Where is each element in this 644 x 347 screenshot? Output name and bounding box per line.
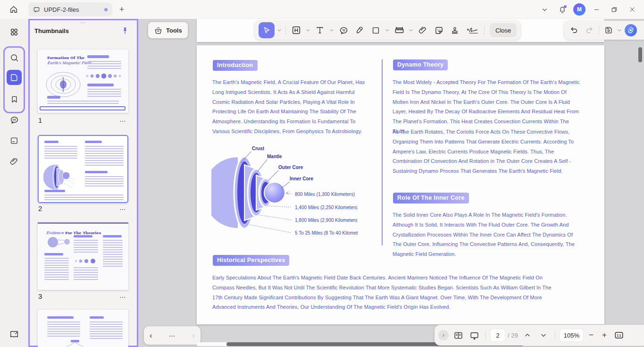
sticker-tool-button[interactable] <box>432 23 446 37</box>
tab-document-icon <box>33 6 40 13</box>
toolbar-divider <box>285 25 286 35</box>
signature-tool-button[interactable] <box>464 23 481 37</box>
one-to-one-icon: 1:1 <box>614 330 624 340</box>
home-icon <box>9 5 18 14</box>
pin-icon[interactable] <box>121 26 130 36</box>
presentation-screen-icon <box>469 330 479 340</box>
panel-resize-handle[interactable]: ⋯ <box>30 20 137 25</box>
page-slot-icon <box>9 136 19 145</box>
close-window-button[interactable] <box>625 3 639 16</box>
heading-tool-dropdown[interactable] <box>305 23 311 37</box>
collapse-statusbar-button[interactable]: › <box>438 330 449 340</box>
page-nav-more-button[interactable]: ⋯ <box>169 332 176 339</box>
actual-size-button[interactable]: 1:1 <box>612 329 626 342</box>
highlighter-tool-button[interactable] <box>352 23 367 37</box>
page-nav-mini-bar: ‹ ⋯ › <box>144 326 201 345</box>
toolbar-divider <box>599 25 599 35</box>
select-tool-dropdown[interactable] <box>276 23 282 37</box>
stamp-tool-button[interactable] <box>448 23 462 37</box>
reader-icon <box>9 329 19 339</box>
paperclip-icon <box>418 25 427 35</box>
page-2-canvas[interactable]: Introduction The Earth's Magnetic Field,… <box>197 45 604 324</box>
svg-text:Outer Core: Outer Core <box>278 165 303 170</box>
measure-tool-dropdown[interactable] <box>408 23 414 37</box>
thumb2-badge3 <box>85 171 108 173</box>
thumb3-badge3 <box>103 235 122 237</box>
dynamo-paragraph-2: As The Earth Rotates, The Coriolis Force… <box>393 127 580 176</box>
new-tab-button[interactable]: + <box>117 5 126 14</box>
thumbnail-page-3[interactable]: Evidence For The Theories <box>38 222 128 290</box>
thumb3-planets-row <box>74 258 100 264</box>
home-button[interactable] <box>7 3 21 16</box>
thumb4-tree-diagram <box>57 339 94 347</box>
square-icon <box>371 26 380 35</box>
redo-button[interactable] <box>582 23 596 37</box>
previous-page-button[interactable]: ‹ <box>150 331 152 339</box>
save-dropdown[interactable] <box>617 23 622 37</box>
bookmark-icon <box>10 95 19 104</box>
select-tool-button[interactable] <box>259 22 275 38</box>
notifications-button[interactable] <box>555 3 569 16</box>
measure-tool-button[interactable] <box>392 23 406 37</box>
thumb1-number: 1 <box>38 116 42 124</box>
svg-text:Inner Core: Inner Core <box>290 176 313 181</box>
app-menu-button[interactable] <box>7 25 22 40</box>
next-page-button[interactable]: › <box>192 331 195 339</box>
introduction-heading-badge: Introduction <box>213 60 258 71</box>
panel-title: Thumbnails <box>34 27 69 34</box>
thumb3-text4 <box>103 240 123 268</box>
shape-tool-dropdown[interactable] <box>385 23 390 37</box>
comment-bubble-icon <box>339 25 349 35</box>
page-number-input[interactable]: 2 <box>491 329 505 341</box>
tab-title: UPDF-2-files <box>44 6 100 13</box>
previous-page-chevron-button[interactable] <box>521 329 534 342</box>
thumb1-more-button[interactable]: ⋯ <box>117 117 126 125</box>
text-tool-button[interactable] <box>313 23 327 37</box>
thumbnail-page-4[interactable] <box>38 310 128 347</box>
thumb1-text-lines2 <box>87 89 121 98</box>
zoom-level-input[interactable]: 105% <box>560 329 583 341</box>
zoom-out-button[interactable]: − <box>586 330 596 340</box>
thumbnail-page-2[interactable] <box>38 135 128 203</box>
attachments-button[interactable] <box>7 154 22 169</box>
tools-button-label: Tools <box>166 27 182 34</box>
thumbnails-panel-button[interactable] <box>7 70 22 85</box>
presentation-mode-button[interactable] <box>468 329 481 342</box>
comment-tool-button[interactable] <box>336 23 351 37</box>
thumb1-selected-field[interactable] <box>40 106 125 110</box>
svg-text:1,400 Miles (2,250 Kilometers): 1,400 Miles (2,250 Kilometers) <box>295 205 358 210</box>
vertical-scrollbar-thumb[interactable] <box>638 47 642 62</box>
comments-button[interactable] <box>7 112 22 127</box>
tools-button[interactable]: Tools <box>148 22 188 38</box>
user-avatar[interactable]: M <box>573 3 585 16</box>
view-statusbar: › 2 / 29 105% − + <box>435 325 644 346</box>
undo-button[interactable] <box>567 23 581 37</box>
left-icon-rail <box>0 19 28 347</box>
document-tab[interactable]: UPDF-2-files <box>28 2 112 17</box>
tabs-dropdown-button[interactable] <box>537 3 552 16</box>
two-page-view-icon <box>453 330 463 340</box>
page-layout-button[interactable] <box>452 329 465 342</box>
page-organize-button[interactable] <box>7 133 22 148</box>
next-page-chevron-button[interactable] <box>537 329 550 342</box>
heading-tool-button[interactable] <box>289 23 303 37</box>
text-tool-dropdown[interactable] <box>329 23 335 37</box>
page-thumbnails-icon <box>9 73 19 82</box>
zoom-in-button[interactable]: + <box>599 330 610 340</box>
close-toolbar-button[interactable]: Close <box>490 23 517 37</box>
introduction-paragraph: The Earth's Magnetic Field, A Crucial Fe… <box>212 77 370 136</box>
search-button[interactable] <box>7 50 22 65</box>
attachment-tool-button[interactable] <box>416 23 430 37</box>
thumb3-more-button[interactable]: ⋯ <box>117 293 126 301</box>
save-button[interactable] <box>602 23 616 37</box>
reader-mode-button[interactable] <box>7 327 22 342</box>
save-floppy-icon <box>604 25 613 35</box>
bookmarks-button[interactable] <box>7 92 22 107</box>
ai-assistant-button[interactable] <box>624 24 637 37</box>
svg-text:800 Miles (1,300 Kilometers): 800 Miles (1,300 Kilometers) <box>295 192 355 197</box>
thumbnail-page-1[interactable]: Formation Of The Earth's Magnetic Field <box>38 50 128 113</box>
maximize-button[interactable] <box>607 3 621 16</box>
shape-tool-button[interactable] <box>368 23 383 37</box>
thumb2-more-button[interactable]: ⋯ <box>117 205 126 213</box>
minimize-button[interactable] <box>589 3 603 16</box>
